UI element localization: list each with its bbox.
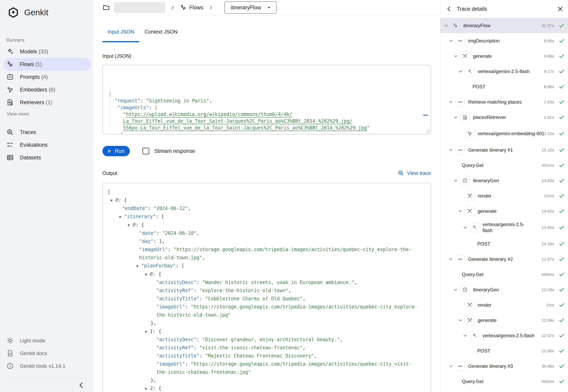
trace-span-row[interactable]: Generate itinerary #212.67s bbox=[440, 252, 568, 267]
checklist-icon bbox=[6, 141, 14, 149]
span-duration: 1ms bbox=[546, 303, 554, 308]
trace-span-row[interactable] bbox=[440, 389, 568, 392]
trace-span-row[interactable]: vertexai/gemini-2.5-flash9.17s bbox=[440, 64, 568, 79]
view-trace-link[interactable]: View trace bbox=[398, 170, 431, 176]
tools-icon bbox=[465, 191, 474, 201]
runners-section-label: Runners bbox=[6, 37, 93, 43]
chevron-down-icon[interactable] bbox=[457, 69, 463, 74]
chevron-down-icon[interactable] bbox=[443, 23, 449, 28]
success-check-icon bbox=[558, 84, 565, 90]
stream-response-label: Stream response bbox=[154, 148, 195, 154]
chevron-down-icon[interactable] bbox=[453, 287, 459, 293]
success-check-icon bbox=[558, 271, 565, 278]
tab-context-json[interactable]: Context JSON bbox=[139, 22, 183, 42]
trace-span-row[interactable]: render1ms bbox=[440, 297, 568, 313]
trace-span-row[interactable]: itineraryGen12.09s bbox=[440, 282, 568, 297]
span-duration: 14.63s bbox=[542, 178, 554, 183]
input-json-editor[interactable]: { "request": "Sightseeing in Paris", "im… bbox=[102, 65, 431, 134]
input-json-label: Input (JSON) bbox=[102, 53, 431, 59]
chevron-down-icon[interactable] bbox=[453, 114, 459, 120]
flow-icon bbox=[180, 4, 187, 11]
trace-span-row[interactable]: POST12.06s bbox=[440, 343, 568, 358]
chevron-down-icon[interactable] bbox=[453, 53, 459, 59]
runner-items: Models (33) Flows (1) Prompts (4) Embedd… bbox=[0, 45, 93, 109]
chevron-down-icon[interactable] bbox=[448, 99, 454, 105]
trace-span-row[interactable]: imgDescription9.68s bbox=[440, 33, 568, 48]
chevron-down-icon[interactable] bbox=[462, 224, 468, 230]
trace-span-row[interactable]: POST14.59s bbox=[440, 236, 568, 252]
view-more-link[interactable]: View more bbox=[0, 109, 93, 119]
success-check-icon bbox=[558, 114, 565, 121]
sidebar-item-traces[interactable]: Traces bbox=[0, 126, 93, 139]
trace-span-row[interactable]: placesRetriever1.61s bbox=[440, 110, 568, 125]
span-duration: 30.66s bbox=[542, 364, 554, 369]
trace-span-row[interactable]: Query.Get569ms bbox=[440, 267, 568, 282]
trace-span-row[interactable]: Retrieve matching places1.63s bbox=[440, 94, 568, 110]
trace-span-row[interactable]: itineraryFlow41.97s bbox=[440, 18, 568, 33]
success-check-icon bbox=[558, 302, 565, 308]
sidebar-item-label: Traces bbox=[20, 129, 36, 135]
chevron-down-icon[interactable] bbox=[448, 147, 454, 153]
trace-span-row[interactable]: vertexai/gemini-2.5-flash14.60s bbox=[440, 219, 568, 236]
trace-span-row[interactable]: vertexai/gemini-2.5-flash12.07s bbox=[440, 328, 568, 343]
sidebar-item-retrievers[interactable]: Retrievers (1) bbox=[0, 96, 93, 109]
trace-span-row[interactable]: generate14.62s bbox=[440, 203, 568, 219]
caret-down-icon bbox=[266, 5, 272, 11]
success-check-icon bbox=[558, 378, 565, 385]
trace-span-row[interactable]: Generate itinerary #115.10s bbox=[440, 142, 568, 158]
tab-bar: Input JSON Context JSON bbox=[102, 22, 431, 42]
app-title: Genkit bbox=[24, 8, 48, 17]
back-chevron-icon[interactable] bbox=[445, 5, 453, 13]
success-check-icon bbox=[558, 147, 565, 153]
sidebar-item-embedders[interactable]: Embedders (6) bbox=[0, 83, 93, 96]
chevron-down-icon[interactable] bbox=[448, 256, 454, 262]
success-check-icon bbox=[558, 53, 565, 59]
sidebar-item-datasets[interactable]: Datasets bbox=[0, 151, 93, 164]
trace-span-row[interactable]: itineraryGen14.63s bbox=[440, 173, 568, 188]
chevron-down-icon[interactable] bbox=[448, 38, 454, 44]
sidebar-item-label: Genkit docs bbox=[20, 350, 47, 356]
sidebar-item-label: Genkit tools v1.14.1 bbox=[20, 363, 66, 369]
success-check-icon bbox=[558, 130, 565, 137]
trace-span-row[interactable]: vertexai/gemini-embedding-0011.15s bbox=[440, 125, 568, 142]
success-check-icon bbox=[558, 38, 565, 44]
trace-search-icon bbox=[6, 128, 14, 136]
model-icon bbox=[470, 331, 479, 340]
success-check-icon bbox=[558, 224, 565, 231]
sidebar-item-models[interactable]: Models (33) bbox=[0, 45, 93, 58]
chevron-down-icon[interactable] bbox=[457, 317, 463, 323]
chevron-down-icon[interactable] bbox=[457, 208, 463, 214]
main-scroll-area[interactable]: Input JSON Context JSON Input (JSON) { "… bbox=[93, 15, 440, 392]
retriever-icon bbox=[460, 112, 470, 122]
trace-span-row[interactable]: POST8.88s bbox=[440, 79, 568, 94]
close-icon[interactable] bbox=[556, 5, 564, 13]
trace-span-row[interactable]: generate9.68s bbox=[440, 48, 568, 64]
span-duration: 1.61s bbox=[544, 115, 554, 120]
trace-span-row[interactable]: Query.Get562ms bbox=[440, 374, 568, 389]
chevron-down-icon[interactable] bbox=[453, 178, 459, 183]
sidebar-item-evaluations[interactable]: Evaluations bbox=[0, 139, 93, 151]
tab-input-json[interactable]: Input JSON bbox=[102, 22, 139, 42]
stream-response-checkbox[interactable] bbox=[142, 148, 149, 154]
flow-selector-dropdown[interactable]: itineraryFlow bbox=[224, 1, 277, 14]
collapse-sidebar-icon[interactable] bbox=[77, 381, 85, 389]
sidebar-item-light-mode[interactable]: Light mode bbox=[0, 334, 93, 347]
model-icon bbox=[465, 67, 474, 76]
embedder-icon bbox=[465, 129, 474, 138]
tools-icon bbox=[465, 316, 474, 325]
sidebar-item-genkit-docs[interactable]: Genkit docs bbox=[0, 347, 93, 360]
run-button[interactable]: Run bbox=[102, 146, 130, 156]
chevron-down-icon[interactable] bbox=[462, 333, 468, 339]
trace-span-row[interactable]: Generate itinerary #330.66s bbox=[440, 358, 568, 374]
trace-span-row[interactable]: generate12.09s bbox=[440, 313, 568, 328]
trace-span-row[interactable]: Query.Get451ms bbox=[440, 158, 568, 173]
chevron-down-icon[interactable] bbox=[448, 363, 454, 369]
sidebar-item-flows[interactable]: Flows (1) bbox=[3, 58, 91, 71]
trace-span-row[interactable]: render12ms bbox=[440, 188, 568, 203]
span-duration: 41.97s bbox=[542, 23, 554, 28]
span-duration: 12.06s bbox=[542, 349, 554, 353]
sidebar-item-genkit-tools-v1-14-1[interactable]: Genkit tools v1.14.1 bbox=[0, 360, 93, 372]
breadcrumb-flows[interactable]: Flows bbox=[189, 5, 203, 11]
stream-response-option[interactable]: Stream response bbox=[142, 148, 195, 154]
sidebar-item-prompts[interactable]: Prompts (4) bbox=[0, 71, 93, 83]
